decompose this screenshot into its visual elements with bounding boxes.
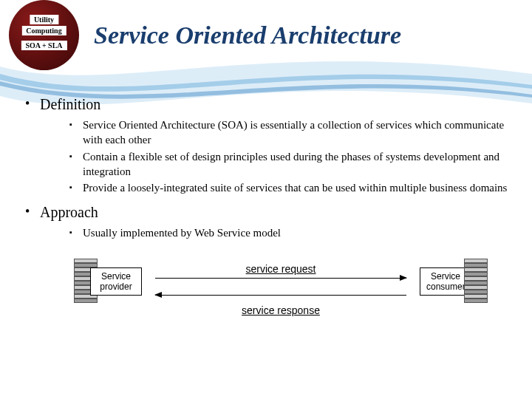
response-label: service response (242, 304, 320, 316)
request-label: service request (246, 263, 316, 275)
definition-item: Service Oriented Architecture (SOA) is e… (69, 117, 510, 148)
topic-badge: Utility Computing SOA + SLA (9, 0, 79, 70)
definition-sublist: Service Oriented Architecture (SOA) is e… (69, 117, 510, 195)
consumer-server-icon (464, 259, 488, 310)
heading-text: Approach (40, 204, 98, 220)
main-list: Definition Service Oriented Architecture… (22, 96, 510, 241)
section-heading-approach: Approach Usually implemented by Web Serv… (22, 204, 510, 240)
badge-line2: Computing (21, 26, 66, 35)
badge-line3: SOA + SLA (21, 41, 66, 50)
section-heading-definition: Definition Service Oriented Architecture… (22, 96, 510, 195)
arrow-zone: service request service response (155, 254, 406, 321)
approach-sublist: Usually implemented by Web Service model (69, 225, 510, 240)
definition-item: Provide a loosely-integrated suite of se… (69, 180, 510, 195)
slide-title: Service Oriented Architecture (94, 21, 401, 50)
soa-diagram: Service provider service request service… (74, 254, 488, 324)
definition-item: Contain a flexible set of design princip… (69, 149, 510, 180)
slide-header: Utility Computing SOA + SLA Service Orie… (0, 0, 532, 70)
slide-content: Definition Service Oriented Architecture… (0, 70, 532, 324)
request-arrow-line (155, 278, 406, 279)
request-arrow-head (400, 275, 407, 281)
response-arrow-head (154, 292, 162, 298)
approach-item: Usually implemented by Web Service model (69, 225, 510, 240)
heading-text: Definition (40, 96, 100, 112)
provider-label: Service provider (90, 267, 142, 296)
response-arrow-line (155, 295, 406, 296)
badge-line1: Utility (30, 15, 58, 24)
